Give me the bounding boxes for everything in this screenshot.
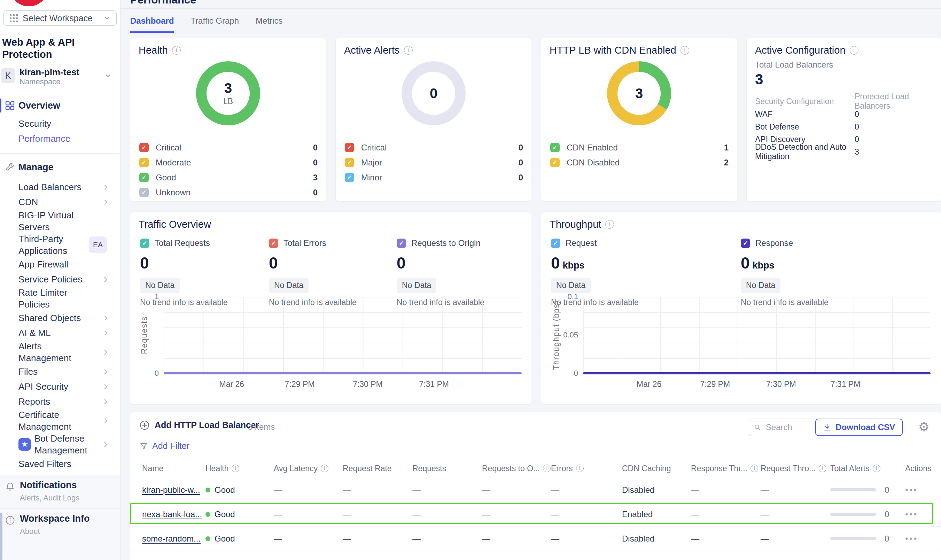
info-icon[interactable] (404, 46, 413, 55)
column-header-request-throughput[interactable]: Request Thro... (761, 464, 830, 473)
sidebar-item-bigip-virtual-servers[interactable]: BIG-IP Virtual Servers (0, 209, 120, 233)
row-actions-menu[interactable]: ••• (905, 509, 918, 519)
download-csv-button[interactable]: Download CSV (815, 418, 903, 436)
info-icon[interactable] (172, 46, 181, 55)
health-dot (206, 512, 211, 517)
column-header-errors[interactable]: Errors (551, 464, 622, 473)
column-header-requests[interactable]: Requests (412, 464, 482, 473)
tab-bar: Dashboard Traffic Graph Metrics (130, 16, 283, 33)
sidebar-item-cdn[interactable]: CDN› (0, 194, 120, 209)
table-row: Bot Defense 0 (755, 120, 934, 133)
sidebar-item-app-firewall[interactable]: App Firewall (0, 257, 120, 272)
legend-item-moderate: Moderate 0 (139, 155, 318, 170)
info-icon[interactable] (681, 46, 689, 55)
health-card-title: Health (138, 45, 181, 56)
row-actions-menu[interactable]: ••• (905, 534, 918, 543)
column-header-health[interactable]: Health (206, 464, 274, 473)
checkbox-cdn-enabled[interactable] (550, 143, 560, 152)
no-data-badge: No Data (741, 278, 780, 293)
column-header-name[interactable]: Name (142, 464, 206, 473)
checkbox-requests-to-origin[interactable] (397, 238, 406, 248)
checkbox-moderate[interactable] (139, 158, 149, 167)
security-config-header: Security Configuration Protected Load Ba… (755, 95, 934, 108)
sidebar-item-security[interactable]: Security (0, 116, 120, 131)
lb-name-link[interactable]: some-random... (142, 534, 201, 543)
column-header-total-alerts[interactable]: Total Alerts (830, 464, 905, 473)
chevron-right-icon: › (104, 395, 108, 406)
sidebar-item-load-balancers[interactable]: Load Balancers› (0, 179, 120, 194)
sidebar-item-rate-limiter-policies[interactable]: Rate Limiter Policies (0, 287, 120, 310)
throughput-chart: Throughput (bps) 0.1 0.05 0 Mar 26 7:29 … (583, 297, 930, 373)
checkbox-minor[interactable] (345, 173, 354, 182)
info-icon[interactable] (819, 465, 826, 472)
sidebar-item-saved-filters[interactable]: Saved Filters (0, 456, 120, 471)
f5-logo[interactable] (9, 0, 49, 6)
sidebar-item-bot-defense-management[interactable]: ★ Bot Defense Management › (0, 432, 120, 456)
info-icon[interactable] (232, 465, 239, 472)
tab-traffic-graph[interactable]: Traffic Graph (191, 16, 239, 33)
workspace-selector[interactable]: Select Workspace (3, 11, 117, 26)
checkbox-major[interactable] (345, 158, 354, 167)
sidebar-scrollbar[interactable] (0, 512, 2, 560)
add-filter-button[interactable]: Add Filter (140, 441, 189, 451)
alerts-progress-bar (830, 512, 876, 516)
health-dot (206, 536, 211, 541)
total-lb-value: 3 (755, 71, 763, 88)
checkbox-good[interactable] (139, 173, 149, 182)
checkbox-cdn-disabled[interactable] (550, 158, 560, 167)
sidebar-item-api-security[interactable]: API Security› (0, 379, 120, 394)
info-icon[interactable] (750, 465, 758, 472)
gear-icon[interactable]: ⚙ (918, 421, 930, 433)
checkbox-request[interactable] (551, 238, 560, 248)
search-icon (754, 423, 761, 431)
info-icon[interactable] (576, 465, 584, 472)
logo-area (0, 0, 120, 8)
sidebar-item-ai-ml[interactable]: AI & ML› (0, 325, 120, 340)
column-header-avg-latency[interactable]: Avg Latency (274, 464, 343, 473)
legend-item-critical: Critical 0 (345, 140, 523, 155)
sidebar-item-files[interactable]: Files› (0, 364, 120, 379)
sidebar-item-service-policies[interactable]: Service Policies› (0, 272, 120, 287)
chevron-right-icon: › (104, 272, 108, 284)
sidebar-item-notifications[interactable]: Notifications Alerts, Audit Logs (0, 475, 120, 508)
checkbox-unknown[interactable] (139, 188, 149, 197)
no-data-badge: No Data (140, 278, 180, 293)
manage-label: Manage (18, 162, 54, 173)
info-icon[interactable] (321, 465, 328, 472)
sidebar-item-overview[interactable]: Overview (0, 97, 120, 114)
divider (0, 153, 120, 154)
tab-dashboard[interactable]: Dashboard (130, 16, 174, 33)
traffic-overview-title: Traffic Overview (138, 219, 211, 230)
traffic-zero-line (164, 372, 522, 374)
chevron-down-icon (104, 72, 112, 79)
info-icon[interactable] (605, 220, 614, 229)
add-http-lb-button[interactable]: Add HTTP Load Balancer (140, 420, 259, 430)
column-header-request-rate[interactable]: Request Rate (343, 464, 412, 473)
column-header-requests-to-origin[interactable]: Requests to O... (482, 464, 551, 473)
divider (0, 93, 120, 93)
sidebar-item-reports[interactable]: Reports› (0, 394, 120, 409)
tab-metrics[interactable]: Metrics (255, 16, 283, 33)
info-icon[interactable] (850, 46, 858, 55)
total-lb-label: Total Load Balancers (755, 60, 833, 70)
sidebar-item-performance[interactable]: Performance (0, 131, 120, 146)
checkbox-critical[interactable] (345, 143, 354, 152)
column-header-response-throughput[interactable]: Response Thr... (691, 464, 761, 473)
sidebar-item-workspace-info[interactable]: Workspace Info About (0, 508, 120, 542)
sidebar-item-alerts-management[interactable]: Alerts Management› (0, 340, 120, 364)
column-header-cdn-caching[interactable]: CDN Caching (622, 464, 691, 473)
checkbox-response[interactable] (741, 238, 750, 248)
legend-item-cdn-enabled: CDN Enabled 1 (550, 140, 729, 155)
sidebar-item-third-party-applications[interactable]: Third-Party ApplicationsEA (0, 233, 120, 257)
checkbox-critical[interactable] (139, 143, 149, 152)
checkbox-total-requests[interactable] (140, 238, 149, 248)
namespace-selector[interactable]: K kiran-plm-test Namespace (1, 67, 117, 85)
info-icon[interactable] (543, 465, 550, 472)
lb-name-link[interactable]: kiran-public-w... (142, 485, 200, 494)
lb-name-link[interactable]: nexa-bank-loa... (142, 509, 202, 519)
checkbox-total-errors[interactable] (269, 238, 278, 248)
sidebar-item-certificate-management[interactable]: Certificate Management› (0, 409, 120, 432)
row-actions-menu[interactable]: ••• (905, 485, 918, 494)
sidebar-item-shared-objects[interactable]: Shared Objects› (0, 310, 120, 325)
info-icon[interactable] (873, 465, 880, 472)
